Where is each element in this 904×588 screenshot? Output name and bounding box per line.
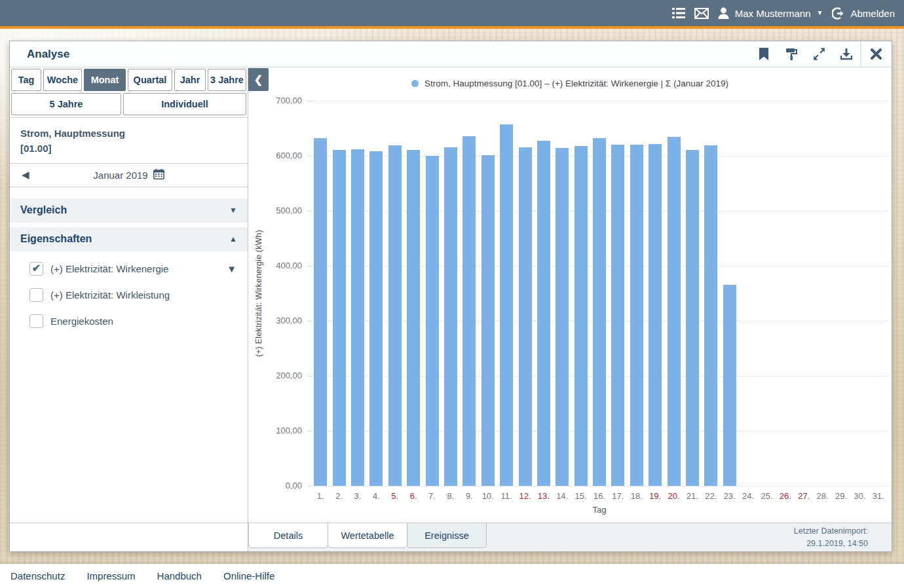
close-button[interactable] — [860, 41, 892, 67]
period-selector: Tag Woche Monat Quartal Jahr 3 Jahre 5 J… — [10, 67, 248, 117]
property-label: (+) Elektrizität: Wirkenergie — [50, 263, 168, 274]
bar-day-14[interactable] — [556, 148, 569, 486]
bar-day-15[interactable] — [574, 146, 588, 486]
bar-day-21[interactable] — [686, 150, 699, 486]
x-tick-label: 14. — [553, 491, 571, 501]
selected-meter: Strom, Hauptmessung [01.00] — [10, 117, 248, 164]
property-row-wirkleistung: ✔ (+) Elektrizität: Wirkleistung ▼ — [10, 282, 248, 308]
bar-day-9[interactable] — [462, 136, 476, 486]
analyse-window: Analyse — [9, 41, 892, 552]
bar-day-11[interactable] — [500, 124, 513, 486]
period-tag-button[interactable]: Tag — [11, 69, 41, 91]
period-woche-button[interactable]: Woche — [43, 69, 82, 91]
bar-day-1[interactable] — [314, 138, 327, 486]
period-5jahre-button[interactable]: 5 Jahre — [11, 93, 121, 115]
bar-day-23[interactable] — [723, 285, 736, 486]
sidebar: Tag Woche Monat Quartal Jahr 3 Jahre 5 J… — [10, 67, 248, 523]
bar-day-4[interactable] — [369, 151, 383, 486]
section-eigenschaften[interactable]: Eigenschaften ▲ — [10, 227, 248, 251]
property-row-energiekosten: ✔ Energiekosten ▼ — [10, 308, 248, 335]
bar-day-10[interactable] — [481, 155, 495, 486]
bookmark-button[interactable] — [750, 41, 778, 67]
period-3jahre-button[interactable]: 3 Jahre — [208, 69, 246, 91]
bar-day-7[interactable] — [426, 156, 439, 486]
chevron-down-icon: ▼ — [229, 206, 237, 215]
bar-day-5[interactable] — [388, 145, 402, 486]
user-menu[interactable]: Max Mustermann ▼ — [718, 7, 823, 19]
y-tick-label: 500,00 — [261, 206, 302, 215]
bar-day-22[interactable] — [704, 145, 717, 486]
tab-bar: Details Wertetabelle Ereignisse Letzter … — [248, 523, 892, 551]
y-tick-label: 600,00 — [261, 151, 302, 160]
x-tick-label: 24. — [739, 491, 757, 501]
y-tick — [307, 211, 311, 211]
bar-day-18[interactable] — [630, 145, 643, 486]
property-dropdown-icon[interactable]: ▼ — [227, 263, 236, 274]
logout-button[interactable]: Abmelden — [832, 7, 895, 20]
period-individuell-button[interactable]: Individuell — [123, 93, 246, 115]
section-vergleich[interactable]: Vergleich ▼ — [10, 198, 248, 223]
x-tick-label: 21. — [683, 491, 702, 501]
x-tick-label: 16. — [590, 491, 609, 501]
topbar: Max Mustermann ▼ Abmelden — [0, 0, 904, 29]
close-icon — [871, 48, 882, 60]
section-eigenschaften-label: Eigenschaften — [20, 233, 92, 245]
last-import-label: Letzter Datenimport: — [794, 525, 868, 538]
check-icon: ✔ — [32, 263, 41, 274]
y-tick — [307, 431, 311, 432]
x-tick-label: 11. — [497, 491, 516, 501]
logout-label: Abmelden — [850, 8, 895, 19]
bar-day-12[interactable] — [519, 147, 532, 486]
bar-day-6[interactable] — [407, 150, 420, 486]
period-monat-button[interactable]: Monat — [84, 69, 126, 91]
bar-day-19[interactable] — [649, 144, 662, 487]
gridline — [311, 486, 888, 487]
checkbox-wirkenergie[interactable]: ✔ — [29, 262, 43, 276]
bar-day-13[interactable] — [537, 141, 550, 487]
bar-day-20[interactable] — [668, 137, 681, 486]
checkbox-energiekosten[interactable]: ✔ — [29, 314, 43, 328]
tab-wertetabelle[interactable]: Wertetabelle — [328, 523, 407, 548]
x-tick-label: 28. — [814, 491, 832, 501]
calendar-icon[interactable] — [153, 169, 164, 181]
page-title: Analyse — [10, 48, 69, 61]
property-row-wirkenergie: ✔ (+) Elektrizität: Wirkenergie ▼ — [10, 256, 248, 282]
bar-day-16[interactable] — [593, 138, 606, 486]
list-icon[interactable] — [672, 7, 685, 19]
fullscreen-button[interactable] — [805, 41, 833, 67]
y-tick-label: 400,00 — [261, 261, 302, 270]
date-navigator: ◀ Januar 2019 — [10, 164, 248, 187]
legend-dot — [411, 80, 419, 87]
x-tick-label: 2. — [330, 491, 348, 501]
section-vergleich-label: Vergleich — [20, 204, 67, 216]
footer-link-online-hilfe[interactable]: Online-Hilfe — [223, 570, 274, 581]
y-tick — [307, 156, 311, 156]
tab-ereignisse[interactable]: Ereignisse — [407, 523, 487, 548]
checkbox-wirkleistung[interactable]: ✔ — [29, 288, 43, 302]
bar-day-8[interactable] — [444, 147, 457, 486]
meter-code: [01.00] — [20, 141, 237, 156]
y-tick-label: 100,00 — [261, 426, 302, 435]
last-import-value: 29.1.2019, 14:50 — [794, 538, 868, 550]
chart-panel: ❮ Strom, Hauptmessung [01.00] – (+) Elek… — [248, 67, 892, 523]
paint-roller-icon — [785, 48, 798, 61]
mail-icon[interactable] — [694, 8, 709, 19]
footer-link-impressum[interactable]: Impressum — [86, 570, 135, 581]
user-icon — [718, 7, 729, 19]
period-jahr-button[interactable]: Jahr — [174, 69, 206, 91]
window-header: Analyse — [10, 41, 892, 67]
bar-day-3[interactable] — [351, 149, 364, 486]
y-axis-title: (+) Elektrizität: Wirkenergie (kWh) — [254, 230, 263, 357]
paint-roller-button[interactable] — [778, 41, 805, 67]
period-quartal-button[interactable]: Quartal — [128, 69, 172, 91]
x-tick-label: 23. — [721, 491, 739, 501]
prev-period-arrow[interactable]: ◀ — [22, 169, 29, 181]
footer-link-datenschutz[interactable]: Datenschutz — [10, 570, 65, 581]
footer-link-handbuch[interactable]: Handbuch — [157, 570, 202, 581]
bar-day-2[interactable] — [333, 150, 346, 486]
x-tick-label: 27. — [795, 491, 813, 501]
x-tick-label: 8. — [442, 491, 460, 501]
tab-details[interactable]: Details — [248, 523, 328, 548]
download-button[interactable] — [833, 41, 860, 67]
bar-day-17[interactable] — [611, 145, 624, 486]
